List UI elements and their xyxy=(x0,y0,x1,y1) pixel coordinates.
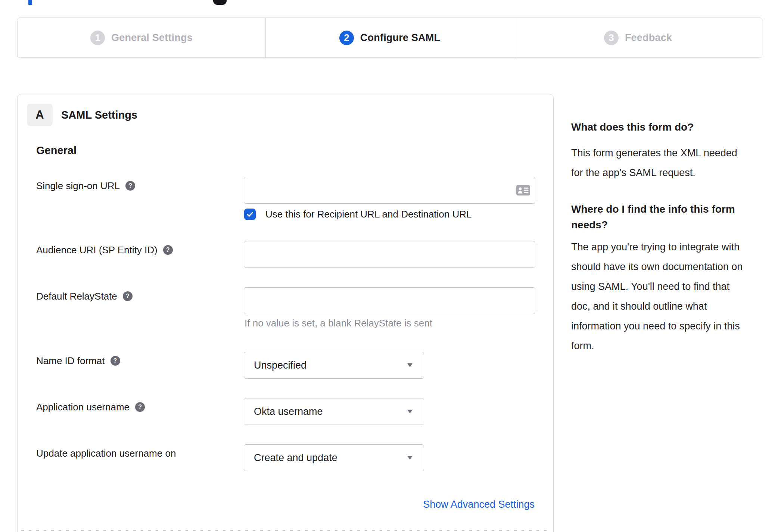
section-a-badge: A xyxy=(27,104,53,126)
application-username-select[interactable]: Okta username xyxy=(244,398,424,425)
name-id-format-help-icon[interactable]: ? xyxy=(111,356,120,366)
sso-url-help-icon[interactable]: ? xyxy=(125,181,135,191)
show-advanced-settings-link[interactable]: Show Advanced Settings xyxy=(423,499,535,510)
step-configure-saml[interactable]: 2 Configure SAML xyxy=(265,18,514,57)
dashed-section-divider xyxy=(21,530,550,531)
default-relaystate-help-icon[interactable]: ? xyxy=(123,291,133,301)
application-username-help-icon[interactable]: ? xyxy=(135,402,145,412)
default-relaystate-label: Default RelayState ? xyxy=(36,290,133,302)
audience-uri-input[interactable] xyxy=(244,241,535,268)
recipient-url-checkbox[interactable] xyxy=(244,209,256,220)
name-id-format-select[interactable]: Unspecified xyxy=(244,352,424,379)
step-feedback[interactable]: 3 Feedback xyxy=(514,18,762,57)
default-relaystate-hint: If no value is set, a blank RelayState i… xyxy=(245,317,432,329)
help-heading-where: Where do I find the info this form needs… xyxy=(571,201,773,233)
help-heading-what: What does this form do? xyxy=(571,119,773,135)
audience-uri-label: Audience URI (SP Entity ID) ? xyxy=(36,244,173,256)
chevron-down-icon xyxy=(407,456,413,460)
audience-uri-help-icon[interactable]: ? xyxy=(163,245,173,255)
chevron-down-icon xyxy=(407,410,413,413)
saml-settings-panel: A SAML Settings General Single sign-on U… xyxy=(17,94,554,532)
step-1-number-badge: 1 xyxy=(90,31,105,45)
help-sidebar: What does this form do? This form genera… xyxy=(571,119,773,356)
default-relaystate-input[interactable] xyxy=(244,287,535,314)
step-2-number-badge: 2 xyxy=(339,31,354,45)
step-3-label: Feedback xyxy=(625,32,672,44)
help-paragraph-what: This form generates the XML needed for t… xyxy=(571,143,773,183)
name-id-format-label: Name ID format ? xyxy=(36,355,120,367)
help-paragraph-where: The app you're trying to integrate with … xyxy=(571,237,773,356)
general-subsection-title: General xyxy=(36,144,77,157)
recipient-url-checkbox-label: Use this for Recipient URL and Destinati… xyxy=(265,209,472,220)
update-app-username-label: Update application username on xyxy=(36,447,176,459)
application-username-selected-value: Okta username xyxy=(254,406,407,417)
checkmark-icon xyxy=(246,210,254,218)
update-app-username-selected-value: Create and update xyxy=(254,452,407,464)
name-id-format-selected-value: Unspecified xyxy=(254,360,407,371)
section-title: SAML Settings xyxy=(61,109,137,121)
update-app-username-select[interactable]: Create and update xyxy=(244,444,424,471)
application-username-label: Application username ? xyxy=(36,401,145,413)
sso-url-label: Single sign-on URL ? xyxy=(36,180,135,192)
step-general-settings[interactable]: 1 General Settings xyxy=(18,18,265,57)
step-3-number-badge: 3 xyxy=(604,31,619,45)
chevron-down-icon xyxy=(407,363,413,367)
sso-url-input[interactable] xyxy=(244,177,535,204)
cutoff-blue-tab-indicator xyxy=(28,0,32,5)
cutoff-dark-icon xyxy=(213,0,227,5)
wizard-stepper: 1 General Settings 2 Configure SAML 3 Fe… xyxy=(17,18,762,58)
recipient-url-checkbox-row: Use this for Recipient URL and Destinati… xyxy=(244,209,472,220)
step-1-label: General Settings xyxy=(111,32,193,44)
step-2-label: Configure SAML xyxy=(360,32,440,44)
